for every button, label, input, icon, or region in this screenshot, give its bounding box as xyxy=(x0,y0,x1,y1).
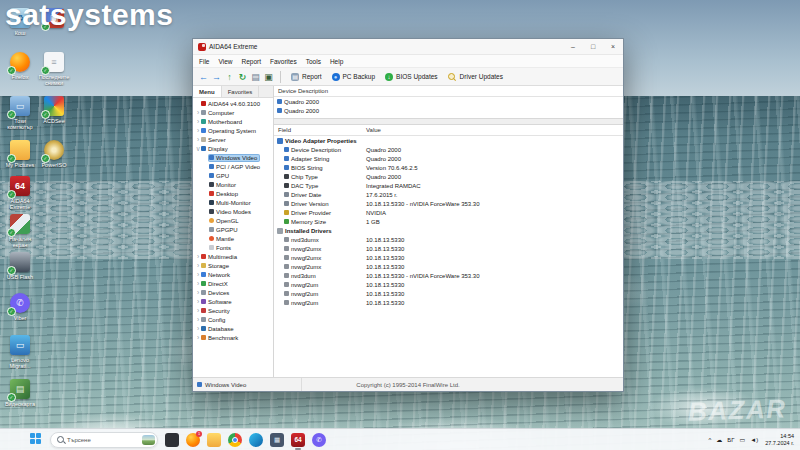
field-row-driver-version[interactable]: Driver Version10.18.13.5330 - nVIDIA For… xyxy=(274,199,623,208)
close-button[interactable]: × xyxy=(603,39,623,54)
toolbar-pc-backup-button[interactable]: ●PC Backup xyxy=(327,70,381,84)
taskbar-viber-button[interactable]: ✆ xyxy=(312,433,326,447)
tree-item-security[interactable]: ›Security xyxy=(193,306,273,315)
field-row-dac-type[interactable]: DAC TypeIntegrated RAMDAC xyxy=(274,181,623,190)
tree-item-aida64-v4-60-3100[interactable]: AIDA64 v4.60.3100 xyxy=(193,99,273,108)
tree-item-devices[interactable]: ›Devices xyxy=(193,288,273,297)
toolbar-back-icon[interactable]: ← xyxy=(197,72,210,82)
tree-item-multimedia[interactable]: ›Multimedia xyxy=(193,252,273,261)
tab-favorites[interactable]: Favorites xyxy=(222,86,260,97)
toolbar-refresh-icon[interactable]: ↻ xyxy=(236,72,249,82)
field-row-adapter-string[interactable]: Adapter StringQuadro 2000 xyxy=(274,154,623,163)
menu-tools[interactable]: Tools xyxy=(306,58,321,65)
taskbar-clock[interactable]: 14:54 27.7.2024 г. xyxy=(765,433,794,446)
tray-volume-icon[interactable]: ◄) xyxy=(750,437,758,443)
toolbar-bios-updates-button[interactable]: ↓BIOS Updates xyxy=(380,70,443,84)
field-row-device-description[interactable]: Device DescriptionQuadro 2000 xyxy=(274,145,623,154)
taskbar-task-view-button[interactable] xyxy=(165,433,179,447)
field-row-nvwgf2um[interactable]: nvwgf2um10.18.13.5330 xyxy=(274,280,623,289)
tree-item-software[interactable]: ›Software xyxy=(193,297,273,306)
toolbar-report-wizard-icon[interactable]: ▤ xyxy=(249,72,262,82)
desktop-icon-viber[interactable]: ✆✓Viber xyxy=(3,293,37,321)
desktop-icon-firefox[interactable]: ✓Firefox xyxy=(3,52,37,80)
toolbar-display-info-icon[interactable]: ▣ xyxy=(262,72,275,82)
field-row-driver-date[interactable]: Driver Date17.6.2015 г. xyxy=(274,190,623,199)
field-row-nvwgf2um[interactable]: nvwgf2um10.18.13.5330 xyxy=(274,298,623,307)
tray-network-icon[interactable]: ▭ xyxy=(740,436,746,443)
field-row-chip-type[interactable]: Chip TypeQuadro 2000 xyxy=(274,172,623,181)
toolbar-driver-updates-button[interactable]: Driver Updates xyxy=(443,70,508,84)
tree-item-gpgpu[interactable]: GPGPU xyxy=(193,225,273,234)
toolbar-up-icon[interactable]: ↑ xyxy=(223,72,236,82)
tree-item-monitor[interactable]: Monitor xyxy=(193,180,273,189)
maximize-button[interactable]: □ xyxy=(583,39,603,54)
desktop-icon-my-pictures[interactable]: ✓My Pictures xyxy=(3,140,37,168)
desktop-icon-screenshot-tool[interactable]: ✓Начален екран xyxy=(3,214,37,248)
start-button[interactable] xyxy=(30,433,43,446)
tree-item-operating-system[interactable]: ›Operating System xyxy=(193,126,273,135)
field-row-nvwgf2umx[interactable]: nvwgf2umx10.18.13.5330 xyxy=(274,262,623,271)
field-row-nvwgf2umx[interactable]: nvwgf2umx10.18.13.5330 xyxy=(274,253,623,262)
panel-splitter[interactable] xyxy=(274,118,623,125)
menu-help[interactable]: Help xyxy=(330,58,343,65)
desktop-icon-this-pc[interactable]: ▭✓Този компютър xyxy=(3,96,37,130)
tree-item-storage[interactable]: ›Storage xyxy=(193,261,273,270)
taskbar-aida64-button[interactable]: 64 xyxy=(291,433,305,447)
tree-item-display[interactable]: vDisplay xyxy=(193,144,273,153)
tree-item-video-modes[interactable]: Video Modes xyxy=(193,207,273,216)
device-row[interactable]: Quadro 2000 xyxy=(274,106,623,115)
tree-item-database[interactable]: ›Database xyxy=(193,324,273,333)
tree-item-windows-video[interactable]: Windows Video xyxy=(193,153,273,162)
taskbar-firefox-button[interactable]: 1 xyxy=(186,433,200,447)
tree-item-server[interactable]: ›Server xyxy=(193,135,273,144)
tree-item-mantle[interactable]: Mantle xyxy=(193,234,273,243)
device-description-header[interactable]: Device Description xyxy=(274,86,623,97)
field-row-memory-size[interactable]: Memory Size1 GB xyxy=(274,217,623,226)
desktop-icon-usb-flash[interactable]: ✓USB Flash xyxy=(3,252,37,280)
device-row[interactable]: Quadro 2000 xyxy=(274,97,623,106)
menu-file[interactable]: File xyxy=(199,58,209,65)
taskbar-file-explorer-button[interactable] xyxy=(207,433,221,447)
tree-item-network[interactable]: ›Network xyxy=(193,270,273,279)
desktop-icon-aida64[interactable]: 64✓AIDA64 Extreme xyxy=(3,176,37,210)
tree-item-fonts[interactable]: Fonts xyxy=(193,243,273,252)
field-row-nvd3dumx[interactable]: nvd3dumx10.18.13.5330 xyxy=(274,235,623,244)
taskbar-chrome-button[interactable] xyxy=(228,433,242,447)
field-row-driver-provider[interactable]: Driver ProviderNVIDIA xyxy=(274,208,623,217)
menu-report[interactable]: Report xyxy=(241,58,261,65)
tree-item-computer[interactable]: ›Computer xyxy=(193,108,273,117)
tree-item-directx[interactable]: ›DirectX xyxy=(193,279,273,288)
toolbar-forward-icon[interactable]: → xyxy=(210,72,223,82)
tray-language-icon[interactable]: БГ xyxy=(727,437,734,443)
desktop-icon-recent-photos[interactable]: ≡✓Последните снимки xyxy=(37,52,71,86)
minimize-button[interactable]: – xyxy=(563,39,583,54)
tree-item-pci-agp-video[interactable]: PCI / AGP Video xyxy=(193,162,273,171)
taskbar-search[interactable]: Търсене xyxy=(50,432,158,448)
tree-item-motherboard[interactable]: ›Motherboard xyxy=(193,117,273,126)
tab-menu[interactable]: Menu xyxy=(193,86,222,97)
menu-view[interactable]: View xyxy=(218,58,232,65)
tree-item-multi-monitor[interactable]: Multi-Monitor xyxy=(193,198,273,207)
tray-onedrive-icon[interactable]: ☁ xyxy=(716,436,722,443)
desktop-icon-videocard-test[interactable]: ▤✓Видеокарта xyxy=(3,379,37,407)
toolbar-report-button[interactable]: ▤Report xyxy=(286,70,327,84)
taskbar-edge-button[interactable] xyxy=(249,433,263,447)
field-group-installed-drivers[interactable]: Installed Drivers xyxy=(274,226,623,235)
tree-item-gpu[interactable]: GPU xyxy=(193,171,273,180)
tree-item-benchmark[interactable]: ›Benchmark xyxy=(193,333,273,342)
tray-tray-expand-icon[interactable]: ^ xyxy=(709,437,712,443)
tree-item-opengl[interactable]: OpenGL xyxy=(193,216,273,225)
field-row-nvwgf2um[interactable]: nvwgf2um10.18.13.5330 xyxy=(274,289,623,298)
field-row-nvd3dum[interactable]: nvd3dum10.18.13.5330 - nVIDIA ForceWare … xyxy=(274,271,623,280)
field-column-header[interactable]: Field xyxy=(278,125,291,135)
tree-item-config[interactable]: ›Config xyxy=(193,315,273,324)
field-row-bios-string[interactable]: BIOS StringVersion 70.6.46.2.5 xyxy=(274,163,623,172)
menu-favorites[interactable]: Favorites xyxy=(270,58,297,65)
titlebar[interactable]: AIDA64 Extreme –□× xyxy=(193,39,623,55)
taskbar-calculator-button[interactable]: ▦ xyxy=(270,433,284,447)
desktop-icon-lenovo-migration[interactable]: ▭Lenovo Migrati... xyxy=(3,335,37,369)
field-group-video-adapter-properties[interactable]: Video Adapter Properties xyxy=(274,136,623,145)
desktop-icon-poweriso[interactable]: ✓PowerISO xyxy=(37,140,71,168)
value-column-header[interactable]: Value xyxy=(366,125,381,135)
tree-item-desktop[interactable]: Desktop xyxy=(193,189,273,198)
